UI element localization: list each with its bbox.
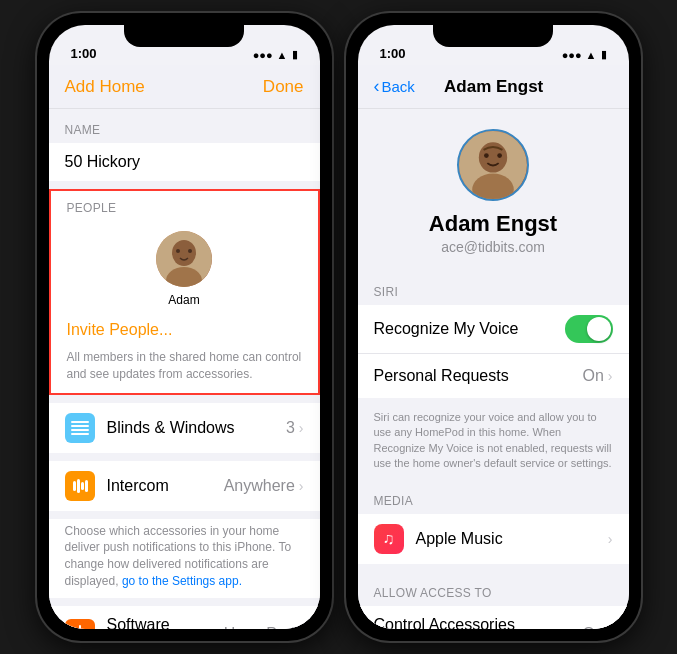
apple-music-label: Apple Music (416, 530, 608, 548)
personal-requests-cell[interactable]: Personal Requests On › (358, 354, 629, 398)
back-label: Back (382, 78, 415, 95)
svg-rect-12 (85, 480, 88, 492)
intercom-label: Intercom (107, 477, 224, 495)
control-accessories-chevron: › (608, 626, 613, 629)
add-home-title: Add Home (65, 77, 145, 97)
control-accessories-cell[interactable]: Control Accessories Remotely On › (358, 606, 629, 629)
screen-content-2: Adam Engst ace@tidbits.com SIRI Recogniz… (358, 109, 629, 629)
allow-access-label: ALLOW ACCESS TO (358, 572, 629, 606)
signal-icon-2: ●●● (562, 49, 582, 61)
intercom-description: Choose which accessories in your home de… (49, 519, 320, 598)
intercom-chevron: › (299, 478, 304, 494)
intercom-cell[interactable]: Intercom Anywhere › (49, 461, 320, 511)
svg-point-17 (484, 153, 489, 158)
software-chevron: › (299, 626, 304, 629)
recognize-voice-label: Recognize My Voice (374, 320, 565, 338)
svg-point-3 (176, 249, 180, 253)
name-section (49, 143, 320, 181)
media-group: Apple Music › (358, 514, 629, 564)
svg-rect-10 (77, 479, 80, 493)
svg-rect-9 (73, 481, 76, 491)
media-label: MEDIA (358, 480, 629, 514)
people-label: PEOPLE (51, 191, 318, 221)
profile-avatar (457, 129, 529, 201)
blinds-group: Blinds & Windows 3 › (49, 403, 320, 453)
phone-2: 1:00 ●●● ▲ ▮ ‹ Back Adam Engst (346, 13, 641, 641)
recognize-voice-cell[interactable]: Recognize My Voice (358, 305, 629, 354)
software-value: HomePod (224, 625, 295, 629)
personal-requests-value: On (582, 367, 603, 385)
invite-people-button[interactable]: Invite People... (51, 313, 318, 345)
allow-access-group: Control Accessories Remotely On › Add an… (358, 606, 629, 629)
wifi-icon: ▲ (277, 49, 288, 61)
back-chevron-icon: ‹ (374, 76, 380, 97)
siri-label: SIRI (358, 271, 629, 305)
nav-bar-2: ‹ Back Adam Engst (358, 65, 629, 109)
svg-rect-6 (71, 425, 89, 427)
status-icons-1: ●●● ▲ ▮ (253, 48, 298, 61)
svg-point-18 (497, 153, 502, 158)
svg-rect-8 (71, 433, 89, 435)
profile-email: ace@tidbits.com (441, 239, 545, 255)
intercom-value: Anywhere (224, 477, 295, 495)
personal-requests-chevron: › (608, 368, 613, 384)
intercom-icon (65, 471, 95, 501)
blinds-icon (65, 413, 95, 443)
svg-rect-7 (71, 429, 89, 431)
apple-music-cell[interactable]: Apple Music › (358, 514, 629, 564)
name-input[interactable] (49, 143, 320, 181)
people-section: PEOPLE Adam (49, 189, 320, 395)
adam-name: Adam (168, 293, 199, 307)
software-cell[interactable]: Software Update HomePod › (49, 606, 320, 629)
status-bar-2: 1:00 ●●● ▲ ▮ (358, 25, 629, 65)
siri-description: Siri can recognize your voice and allow … (358, 406, 629, 480)
svg-rect-5 (71, 421, 89, 423)
profile-section: Adam Engst ace@tidbits.com (358, 109, 629, 271)
adam-engst-nav-title: Adam Engst (444, 77, 543, 97)
phone-1-screen: 1:00 ●●● ▲ ▮ Add Home Done NAME (49, 25, 320, 629)
siri-group: Recognize My Voice Personal Requests On … (358, 305, 629, 398)
people-description: All members in the shared home can contr… (51, 345, 318, 393)
battery-icon-2: ▮ (601, 48, 607, 61)
status-icons-2: ●●● ▲ ▮ (562, 48, 607, 61)
blinds-value: 3 (286, 419, 295, 437)
status-bar-1: 1:00 ●●● ▲ ▮ (49, 25, 320, 65)
screen-content-1: NAME PEOPLE (49, 109, 320, 629)
profile-name: Adam Engst (429, 211, 557, 237)
done-button[interactable]: Done (263, 77, 304, 97)
control-accessories-label: Control Accessories Remotely (374, 616, 583, 629)
blinds-cell[interactable]: Blinds & Windows 3 › (49, 403, 320, 453)
control-accessories-value: On (582, 625, 603, 629)
avatar-row: Adam (51, 221, 318, 313)
personal-requests-label: Personal Requests (374, 367, 583, 385)
recognize-voice-toggle[interactable] (565, 315, 613, 343)
back-button[interactable]: ‹ Back (374, 76, 415, 97)
svg-point-4 (188, 249, 192, 253)
name-label: NAME (49, 109, 320, 143)
time-1: 1:00 (71, 46, 97, 61)
svg-rect-11 (81, 482, 84, 490)
software-label: Software Update (107, 616, 224, 629)
phone-1: 1:00 ●●● ▲ ▮ Add Home Done NAME (37, 13, 332, 641)
settings-link[interactable]: go to the Settings app. (122, 574, 242, 588)
signal-icon: ●●● (253, 49, 273, 61)
apple-music-chevron: › (608, 531, 613, 547)
blinds-label: Blinds & Windows (107, 419, 286, 437)
intercom-group: Intercom Anywhere › (49, 461, 320, 511)
software-icon (65, 619, 95, 629)
phone-2-screen: 1:00 ●●● ▲ ▮ ‹ Back Adam Engst (358, 25, 629, 629)
time-2: 1:00 (380, 46, 406, 61)
software-group: Software Update HomePod › (49, 606, 320, 629)
apple-music-icon (374, 524, 404, 554)
blinds-chevron: › (299, 420, 304, 436)
wifi-icon-2: ▲ (586, 49, 597, 61)
svg-point-1 (172, 240, 196, 266)
nav-bar-1: Add Home Done (49, 65, 320, 109)
phones-container: 1:00 ●●● ▲ ▮ Add Home Done NAME (27, 3, 651, 651)
battery-icon: ▮ (292, 48, 298, 61)
adam-avatar (156, 231, 212, 287)
